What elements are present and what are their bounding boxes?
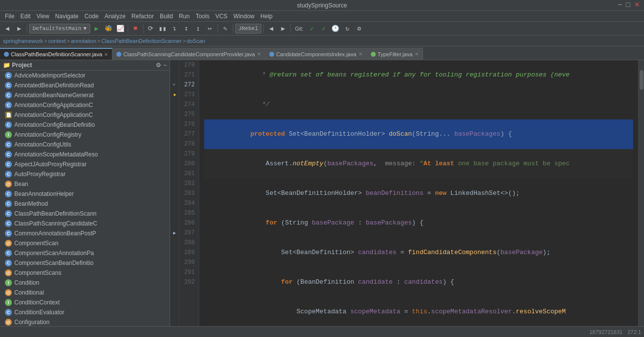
maximize-button[interactable]: □ [626,0,630,8]
tab-close-3[interactable]: ✕ [358,51,362,57]
scrollbar-track[interactable] [638,60,644,326]
sidebar-minus-icon[interactable]: − [163,62,167,69]
sidebar-item-label: ClassPathScanningCandidateC [14,220,97,227]
class-icon: C [5,230,12,237]
file-tabs: ClassPathBeanDefinitionScanner.java ✕ Cl… [0,46,644,60]
sidebar-item-autoproxy[interactable]: C AutoProxyRegistrar [0,169,170,179]
tab-classpathscanningcandidate[interactable]: ClassPathScanningCandidateComponentProvi… [112,48,265,60]
code-editor[interactable]: * @return set of beans registered if any… [199,60,638,326]
tab-close-4[interactable]: ✕ [415,51,419,57]
title-bar: studySpringSource − □ ✕ [0,0,644,11]
git-checkmark2[interactable]: ✓ [318,23,329,34]
run-config-dropdown[interactable]: DefaultTestMain ▼ [29,24,90,34]
menu-file[interactable]: File [2,13,17,20]
sidebar-item-classpathbean[interactable]: C ClassPathBeanDefinitionScann [0,209,170,219]
gutter-292 [170,277,179,287]
tab-classpathbeandefinitionscanner[interactable]: ClassPathBeanDefinitionScanner.java ✕ [0,48,112,60]
sidebar-item-classpathscanning[interactable]: C ClassPathScanningCandidateC [0,219,170,228]
debug-button[interactable]: 🐝 [103,23,114,34]
sidebar-item-componentscanbean[interactable]: C ComponentScanBeanDefinitio [0,258,170,268]
evaluate-button[interactable]: ✎ [220,23,231,34]
gutter-270 [170,60,179,70]
sidebar-item-advicemode[interactable]: C AdviceModeImportSelector [0,71,170,80]
sidebar-item-annotationconfigutils[interactable]: C AnnotationConfigUtils [0,140,170,150]
sidebar-item-conditioncontext[interactable]: I ConditionContext [0,298,170,307]
run-to-cursor[interactable]: ↦ [205,23,215,34]
breadcrumb-class[interactable]: ClassPathBeanDefinitionScanner [101,38,181,44]
sidebar-item-annotationscope[interactable]: C AnnotationScopeMetadataReso [0,150,170,159]
git-check[interactable]: ✓ [306,23,317,34]
tab-typefilter[interactable]: TypeFilter.java ✕ [367,48,423,60]
paren-275b: ) { [412,219,423,226]
sidebar-title: 📁 Project [3,62,32,69]
sidebar-item-componentscanann[interactable]: C ComponentScanAnnotationPa [0,248,170,258]
menu-tools[interactable]: Tools [193,13,213,20]
sidebar-item-componentscan[interactable]: @ ComponentScan [0,238,170,248]
breadcrumb-springframework[interactable]: springframework [3,38,43,44]
rerun-button[interactable]: ⟳ [145,23,156,34]
sidebar-item-annotatedbean[interactable]: C AnnotatedBeanDefinitionRead [0,80,170,90]
scrollbar-thumb[interactable] [640,70,644,90]
vcs-forward[interactable]: ▶ [278,23,288,34]
pause-button[interactable]: ▮▮ [157,23,168,34]
run-button[interactable]: ▶ [91,23,102,34]
fold-icon-272[interactable]: ▼ [173,82,176,88]
tab-candidatecomponentsindex[interactable]: CandidateComponentsIndex.java ✕ [265,48,367,60]
step-into[interactable]: ↧ [181,23,192,34]
gutter-274 [170,100,179,110]
sidebar-item-annotationconfigbean[interactable]: C AnnotationConfigBeanDefinitio [0,120,170,130]
gutter-291 [170,267,179,277]
sidebar-item-beanmethod[interactable]: C BeanMethod [0,199,170,209]
toolbar-separator-3 [143,24,143,33]
menu-view[interactable]: View [34,13,52,20]
menu-code[interactable]: Code [81,13,102,20]
menu-refactor[interactable]: Refactor [129,13,157,20]
step-over[interactable]: ↴ [169,23,180,34]
param-basepackages: basePackages [454,130,501,138]
back-button[interactable]: ◀ [2,23,13,34]
forward-button[interactable]: ▶ [14,23,25,34]
breadcrumb-method[interactable]: doScan [187,38,205,44]
sidebar-item-annotationconfigregistry[interactable]: I AnnotationConfigRegistry [0,130,170,140]
angle-bracket2: > [381,130,389,138]
sidebar-item-annotationconfig1[interactable]: C AnnotationConfigApplicationC [0,100,170,110]
sidebar-item-condition[interactable]: I Condition [0,278,170,288]
menu-build[interactable]: Build [157,13,176,20]
sidebar-item-annotationbeanname[interactable]: C AnnotationBeanNameGenerat [0,90,170,100]
tab-close-1[interactable]: ✕ [104,52,108,57]
sidebar-item-conditional[interactable]: @ Conditional [0,288,170,298]
sidebar-item-beanannotation[interactable]: C BeanAnnotationHelper [0,189,170,199]
git-revert[interactable]: ↻ [342,23,353,34]
step-out[interactable]: ↥ [193,23,204,34]
vcs-back[interactable]: ◀ [266,23,277,34]
coverage-button[interactable]: 📈 [115,23,126,34]
close-button[interactable]: ✕ [634,0,640,8]
menu-vcs[interactable]: VCS [213,13,231,20]
minimize-button[interactable]: − [618,0,622,8]
breadcrumb-annotation[interactable]: annotation [71,38,96,44]
menu-help[interactable]: Help [257,13,276,20]
git-history[interactable]: 🕐 [330,23,341,34]
menu-edit[interactable]: Edit [17,13,34,20]
sidebar-item-annotationconfig2[interactable]: 📄 AnnotationConfigApplicationC [0,110,170,120]
sidebar-item-commonannotation[interactable]: C CommonAnnotationBeanPostP [0,228,170,238]
menu-analyze[interactable]: Analyze [102,13,129,20]
settings-button[interactable]: ⚙ [354,23,364,34]
sidebar-item-bean[interactable]: @ Bean [0,179,170,189]
menu-run[interactable]: Run [176,13,193,20]
menu-window[interactable]: Window [230,13,257,20]
jrebel-dropdown[interactable]: JRebel [235,24,262,34]
sidebar-item-componentscans[interactable]: @ ComponentScans [0,268,170,278]
sidebar-item-configuration[interactable]: @ Configuration [0,317,170,326]
type-string: String [416,130,439,138]
breadcrumb-context[interactable]: context [48,38,66,44]
sidebar-item-aspectj[interactable]: C AspectJAutoProxyRegistrar [0,159,170,169]
code-content[interactable]: ▼ ● [170,60,644,326]
sidebar-gear-icon[interactable]: ⚙ [156,62,161,69]
stop-button[interactable]: ■ [130,23,141,34]
tab-close-2[interactable]: ✕ [257,51,261,57]
sidebar-item-conditionevaluator[interactable]: C ConditionEvaluator [0,307,170,317]
sidebar-item-label: BeanMethod [14,200,48,207]
menu-navigate[interactable]: Navigate [52,13,81,20]
class-icon: C [5,250,12,257]
